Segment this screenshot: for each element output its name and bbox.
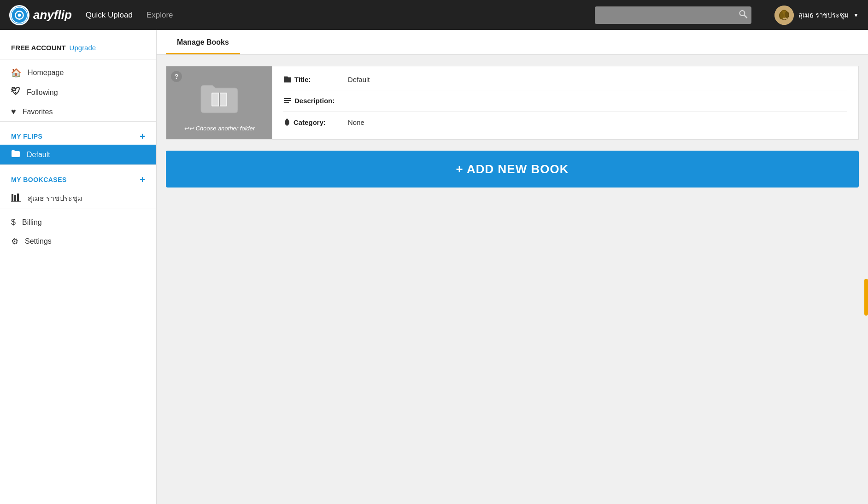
divider-1	[0, 59, 156, 59]
user-name: สุเมธ ราชประชุม	[798, 10, 849, 21]
sidebar-item-default[interactable]: Default	[0, 145, 156, 164]
title-value: Default	[348, 76, 370, 83]
choose-folder-label: Choose another folder	[196, 125, 255, 132]
divider-2	[0, 121, 156, 122]
svg-rect-13	[17, 193, 19, 201]
sidebar-item-following[interactable]: Following	[0, 82, 156, 102]
search-button[interactable]	[739, 9, 748, 21]
choose-folder-link[interactable]: ↩↩ Choose another folder	[184, 125, 255, 132]
tab-manage-books[interactable]: Manage Books	[166, 30, 240, 54]
main-layout: FREE ACCOUNT Upgrade 🏠 Homepage Followin…	[0, 30, 868, 504]
description-row: Description:	[283, 97, 847, 105]
default-label: Default	[27, 151, 50, 159]
category-row: Category: None	[283, 118, 847, 126]
info-divider-2	[283, 111, 847, 111]
my-flips-section-header: MY FLIPS +	[0, 125, 156, 145]
homepage-label: Homepage	[28, 69, 64, 77]
svg-rect-12	[14, 195, 16, 201]
help-badge[interactable]: ?	[171, 71, 182, 82]
add-flip-button[interactable]: +	[140, 132, 145, 141]
scroll-indicator	[864, 279, 868, 316]
svg-rect-17	[212, 94, 218, 105]
explore-link[interactable]: Explore	[147, 11, 173, 20]
search-input[interactable]	[595, 6, 751, 24]
following-icon	[11, 87, 20, 98]
my-flips-title: MY FLIPS	[11, 133, 42, 140]
sidebar-item-billing[interactable]: $ Billing	[0, 213, 156, 232]
logo-icon	[9, 5, 29, 25]
sidebar-item-settings[interactable]: ⚙ Settings	[0, 232, 156, 251]
folder-icon-area	[199, 74, 240, 120]
sidebar-item-homepage[interactable]: 🏠 Homepage	[0, 63, 156, 82]
dropdown-arrow-icon: ▼	[853, 12, 859, 18]
billing-icon: $	[11, 217, 16, 227]
upgrade-link[interactable]: Upgrade	[70, 44, 96, 52]
my-bookcases-section-header: MY BOOKCASES +	[0, 169, 156, 188]
folder-thumbnail: ? ↩↩ Choose	[166, 66, 272, 139]
logo-text: anyflip	[33, 8, 72, 22]
settings-icon: ⚙	[11, 236, 18, 246]
account-label: FREE ACCOUNT	[11, 44, 66, 52]
search-container	[595, 6, 751, 24]
my-bookcases-title: MY BOOKCASES	[11, 176, 67, 183]
favorites-icon: ♥	[11, 107, 16, 117]
divider-3	[0, 164, 156, 165]
choose-folder-icon: ↩↩	[184, 125, 194, 132]
tabs-bar: Manage Books	[157, 30, 868, 55]
svg-rect-18	[220, 94, 226, 105]
following-label: Following	[27, 88, 58, 97]
folder-icon	[11, 149, 20, 160]
top-navigation: anyflip Quick Upload Explore สุเมธ ราชปร…	[0, 0, 868, 30]
category-label: Category:	[283, 118, 343, 126]
avatar	[774, 6, 794, 25]
folder-info: Title: Default Description:	[272, 66, 858, 139]
settings-label: Settings	[25, 237, 52, 246]
content-body: ? ↩↩ Choose	[157, 55, 868, 199]
billing-label: Billing	[22, 218, 42, 227]
quick-upload-link[interactable]: Quick Upload	[86, 11, 133, 20]
svg-point-10	[15, 92, 17, 94]
sidebar: FREE ACCOUNT Upgrade 🏠 Homepage Followin…	[0, 30, 157, 504]
logo[interactable]: anyflip	[9, 5, 72, 25]
add-new-book-button[interactable]: + ADD NEW BOOK	[166, 151, 859, 188]
favorites-label: Favorites	[23, 108, 53, 116]
content-area: Manage Books ?	[157, 30, 868, 504]
user-menu[interactable]: สุเมธ ราชประชุม ▼	[774, 6, 859, 25]
folder-card: ? ↩↩ Choose	[166, 66, 859, 140]
sidebar-item-favorites[interactable]: ♥ Favorites	[0, 102, 156, 121]
bookcase-name: สุเมธ ราชประชุม	[28, 193, 82, 204]
divider-4	[0, 209, 156, 209]
title-row: Title: Default	[283, 76, 847, 83]
category-value: None	[348, 118, 364, 126]
description-label: Description:	[283, 97, 343, 105]
home-icon: 🏠	[11, 68, 21, 78]
account-section: FREE ACCOUNT Upgrade	[0, 39, 156, 59]
bookcase-item[interactable]: สุเมธ ราชประชุม	[0, 188, 156, 209]
info-divider-1	[283, 90, 847, 90]
add-bookcase-button[interactable]: +	[140, 175, 145, 184]
svg-line-4	[744, 15, 747, 18]
title-label: Title:	[283, 76, 343, 83]
svg-rect-11	[12, 194, 13, 201]
bookcase-icon	[11, 193, 21, 204]
svg-point-2	[18, 13, 21, 17]
